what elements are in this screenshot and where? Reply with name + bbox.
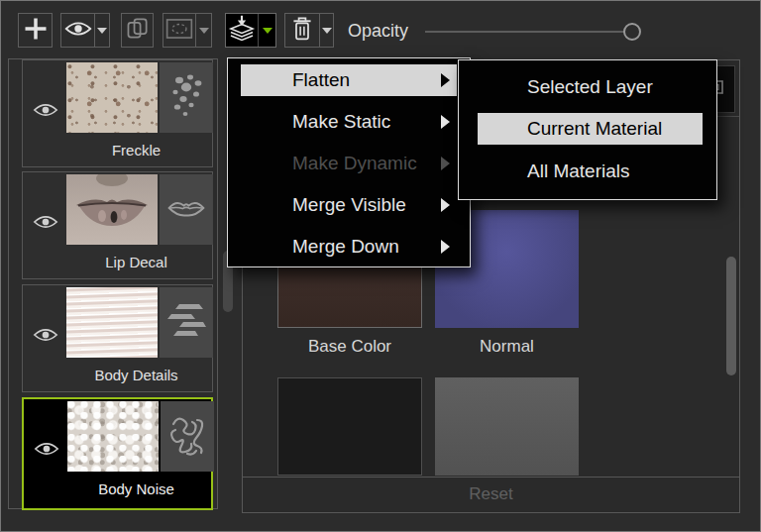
marquee-select-button: [163, 14, 195, 47]
menu-item-merge-down[interactable]: Merge Down: [241, 231, 457, 263]
layer-label: Body Noise: [61, 480, 211, 497]
opacity-slider-knob[interactable]: [623, 23, 641, 41]
flatten-dropdown-button[interactable]: [258, 14, 275, 47]
toolbar: Opacity: [1, 1, 761, 56]
layer-mask-thumbnail[interactable]: [160, 174, 213, 245]
material-thumbnail-3[interactable]: [277, 377, 422, 476]
layer-mask-thumbnail[interactable]: [160, 62, 213, 133]
opacity-label: Opacity: [348, 21, 408, 42]
duplicate-icon: [125, 16, 151, 46]
eye-icon: [33, 327, 58, 347]
layer-visibility-toggle[interactable]: [30, 437, 63, 465]
submenu-arrow-icon: [441, 157, 450, 170]
layer-visibility-toggle[interactable]: [29, 210, 62, 238]
layer-visibility-button[interactable]: [61, 14, 94, 47]
layer-mask-thumbnail[interactable]: [161, 401, 214, 472]
layer-context-menu: Flatten Make Static Make Dynamic Merge V…: [227, 57, 471, 267]
layer-thumbnail[interactable]: [66, 287, 158, 358]
layer-visibility-toggle[interactable]: [29, 323, 62, 351]
delete-dropdown-button[interactable]: [319, 14, 333, 47]
submenu-arrow-icon: [441, 115, 450, 129]
menu-item-make-static[interactable]: Make Static: [241, 106, 457, 138]
submenu-item-selected-layer[interactable]: Selected Layer: [478, 71, 703, 102]
menu-item-merge-visible[interactable]: Merge Visible: [241, 189, 457, 221]
submenu-arrow-icon: [441, 73, 450, 87]
chevron-down-icon: [97, 28, 107, 34]
chevron-down-icon: [199, 28, 209, 34]
layer-mask-thumbnail[interactable]: [160, 287, 213, 358]
submenu-arrow-icon: [441, 240, 450, 254]
chevron-down-icon: [263, 28, 272, 34]
layer-item-body-noise[interactable]: Body Noise: [22, 397, 213, 510]
flatten-layers-icon: [227, 14, 257, 48]
layers-panel: Freckle: [8, 58, 218, 509]
layer-label: Body Details: [60, 367, 212, 383]
reset-button[interactable]: Reset: [243, 477, 739, 510]
submenu-item-current-material[interactable]: Current Material: [478, 113, 703, 145]
layer-label: Lip Decal: [60, 254, 212, 270]
delete-layer-button[interactable]: [285, 14, 319, 47]
plus-icon: [22, 15, 50, 47]
layer-label: Freckle: [60, 142, 212, 159]
material-thumbnail-4[interactable]: [435, 377, 579, 476]
opacity-slider[interactable]: [425, 22, 645, 42]
layer-thumbnail[interactable]: [66, 62, 158, 133]
marquee-dropdown-button: [195, 14, 211, 47]
material-label: Base Color: [277, 337, 422, 357]
eye-icon: [33, 214, 58, 234]
trash-icon: [290, 15, 314, 47]
opacity-slider-track[interactable]: [425, 31, 633, 33]
duplicate-layer-button: [122, 14, 153, 47]
visibility-dropdown-button[interactable]: [94, 14, 109, 47]
eye-icon: [64, 20, 92, 42]
layer-visibility-toggle[interactable]: [29, 98, 62, 126]
skin-ridges-icon: [165, 298, 207, 348]
materials-scrollbar-thumb[interactable]: [726, 257, 736, 375]
flatten-button[interactable]: [226, 14, 258, 47]
layer-thumbnail[interactable]: [67, 401, 159, 472]
add-layer-button[interactable]: [19, 14, 52, 47]
chevron-down-icon: [322, 28, 332, 34]
layer-item-body-details[interactable]: Body Details: [22, 284, 213, 392]
eye-icon: [34, 441, 59, 461]
freckle-spots-icon: [166, 70, 206, 126]
flatten-submenu: Selected Layer Current Material All Mate…: [458, 59, 717, 200]
submenu-arrow-icon: [441, 198, 450, 212]
layer-item-lip-decal[interactable]: Lip Decal: [22, 171, 213, 279]
layer-thumbnail[interactable]: [66, 174, 158, 245]
layer-manager-window: Opacity: [0, 0, 761, 532]
layer-item-freckle[interactable]: Freckle: [22, 59, 213, 167]
menu-item-flatten[interactable]: Flatten: [241, 64, 457, 96]
noise-squiggle-icon: [165, 412, 209, 462]
material-label: Normal: [435, 337, 579, 357]
lips-icon: [165, 195, 207, 225]
submenu-item-all-materials[interactable]: All Materials: [478, 156, 703, 186]
menu-item-make-dynamic: Make Dynamic: [241, 148, 457, 179]
eye-icon: [33, 102, 58, 122]
marquee-icon: [165, 18, 193, 44]
